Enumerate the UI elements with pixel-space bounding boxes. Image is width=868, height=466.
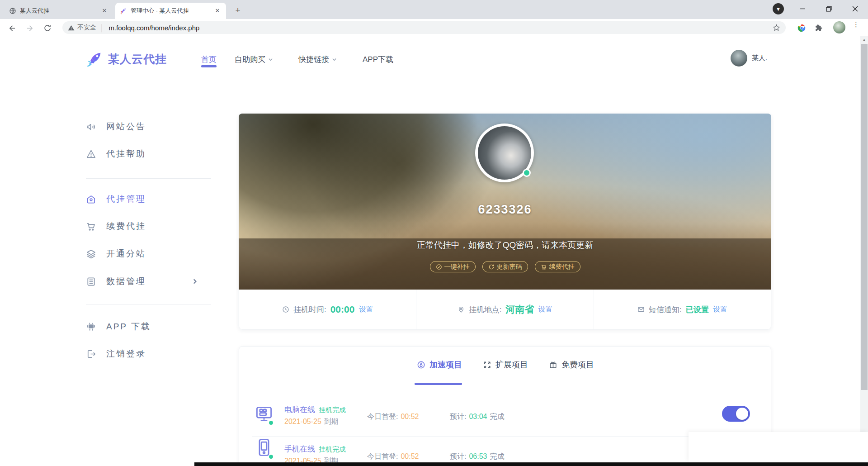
back-icon[interactable] [6, 22, 18, 34]
check-circle-icon [436, 264, 442, 270]
sidebar-label: 数据管理 [106, 276, 146, 287]
extensions-puzzle-icon[interactable] [813, 22, 825, 34]
window-minimize-button[interactable] [792, 0, 813, 17]
sidebar-item-logout[interactable]: 注销登录 [86, 346, 211, 361]
user-name: 某人. [752, 54, 767, 62]
stat-settings-link[interactable]: 设置 [359, 305, 373, 314]
browser-tab-active[interactable]: 管理中心 - 某人云代挂 ✕ [115, 3, 226, 19]
sidebar-item-substation[interactable]: 开通分站 [86, 246, 211, 262]
project-row-expiry: 2021-05-25到期 [284, 417, 339, 427]
project-toggle-on[interactable] [722, 406, 750, 422]
reload-icon[interactable] [42, 22, 53, 34]
new-tab-button[interactable]: + [231, 4, 244, 17]
scrollbar-up-arrow[interactable]: ▲ [860, 36, 868, 44]
project-row-first-login: 今日首登:00:52 [367, 412, 419, 422]
browser-tab-inactive[interactable]: 某人云代挂 ✕ [5, 3, 113, 19]
nav-home[interactable]: 首页 [201, 53, 217, 65]
address-bar[interactable]: 不安全 │ m.foolqq.com/home/index.php [62, 21, 786, 34]
security-label[interactable]: 不安全 [77, 24, 96, 32]
user-menu[interactable]: 某人. [731, 50, 767, 67]
project-row-name: 手机在线挂机完成 [284, 444, 346, 454]
badge-label: 续费代挂 [549, 263, 575, 271]
tab-label: 扩展项目 [495, 359, 528, 370]
nav-label: 自助购买 [235, 54, 265, 65]
project-row-eta: 预计:06:53完成 [450, 452, 505, 461]
nav-active-underline [201, 65, 217, 67]
tab-close-icon[interactable]: ✕ [213, 7, 222, 15]
nav-self-purchase[interactable]: 自助购买 [235, 53, 273, 65]
sidebar-divider [86, 304, 211, 304]
login-time: 00:52 [401, 413, 419, 420]
bookmark-star-icon[interactable] [773, 24, 780, 32]
sidebar-label: 注销登录 [106, 348, 146, 360]
stat-label: 挂机地点: [469, 304, 502, 315]
forward-icon[interactable] [24, 22, 35, 34]
browser-profile-avatar[interactable] [833, 21, 845, 33]
bottom-black-bar [194, 462, 868, 466]
sidebar-label: 续费代挂 [106, 220, 146, 232]
brand-name: 某人云代挂 [108, 52, 167, 67]
window-restore-button[interactable] [818, 0, 839, 17]
project-name: 手机在线 [284, 445, 315, 453]
sidebar-label: 网站公告 [106, 121, 146, 133]
renew-hang-button[interactable]: 续费代挂 [535, 261, 580, 272]
refresh-icon [488, 264, 495, 270]
stat-hang-time: 挂机时间: 00:00 设置 [239, 290, 416, 329]
nav-label: APP下载 [363, 54, 393, 65]
sidebar-label: 代挂管理 [106, 193, 146, 205]
one-key-rehang-button[interactable]: 一键补挂 [430, 261, 476, 272]
chevron-right-icon [192, 278, 198, 285]
stat-settings-link[interactable]: 设置 [713, 305, 727, 314]
browser-toolbar: 不安全 │ m.foolqq.com/home/index.php ⋮ [0, 19, 868, 36]
stat-value: 已设置 [686, 304, 709, 315]
sidebar-label: APP 下载 [106, 321, 151, 333]
nav-label: 快捷链接 [298, 54, 329, 65]
browser-menu-icon[interactable]: ⋮ [853, 22, 856, 26]
window-close-button[interactable] [844, 0, 865, 17]
stat-value: 河南省 [505, 303, 534, 316]
clock-icon [282, 306, 289, 313]
eta-label: 预计: [450, 413, 466, 420]
update-password-button[interactable]: 更新密码 [482, 261, 528, 272]
location-pin-icon [458, 306, 465, 313]
project-row-first-login: 今日首登:00:52 [367, 452, 419, 461]
site-brand[interactable]: 某人云代挂 [86, 51, 167, 67]
browser-tab-bar: 某人云代挂 ✕ 管理中心 - 某人云代挂 ✕ + ▼ [0, 0, 868, 19]
page-content: 某人云代挂 首页 自助购买 快捷链接 APP下载 某人. 网站公告 代挂帮助 [0, 36, 868, 466]
sidebar-item-help[interactable]: 代挂帮助 [86, 146, 211, 162]
account-hero-card: 6233326 正常代挂中，如修改了QQ密码，请来本页更新 一键补挂 更新密码 … [239, 114, 771, 330]
login-time: 00:52 [401, 452, 419, 460]
sms-icon [637, 306, 645, 313]
row-divider [252, 436, 759, 437]
scrollbar-thumb[interactable] [861, 44, 868, 390]
layers-icon [86, 249, 96, 259]
tab-accelerated-projects[interactable]: 加速项目 [417, 359, 462, 370]
nav-app-download[interactable]: APP下载 [363, 53, 393, 65]
eta-label: 预计: [450, 452, 466, 460]
nav-quick-links[interactable]: 快捷链接 [298, 53, 337, 65]
url-text[interactable]: m.foolqq.com/home/index.php [108, 24, 773, 32]
sidebar-item-hang-management[interactable]: 代挂管理 [86, 191, 211, 207]
tab-label: 加速项目 [429, 359, 462, 370]
tab-label: 免费项目 [561, 359, 594, 370]
media-controls-button[interactable]: ▼ [773, 3, 784, 14]
tab-close-icon[interactable]: ✕ [100, 7, 108, 15]
tab-extended-projects[interactable]: 扩展项目 [483, 359, 528, 370]
sidebar-item-announcements[interactable]: 网站公告 [86, 119, 211, 134]
page-scrollbar[interactable]: ▲ [860, 36, 868, 466]
site-favicon-rocket-icon [120, 7, 127, 14]
floating-white-panel [689, 432, 868, 462]
online-status-dot [523, 169, 531, 177]
badge-label: 更新密码 [497, 263, 522, 271]
document-icon [86, 276, 96, 287]
online-status-dot [268, 454, 274, 460]
tab-free-projects[interactable]: 免费项目 [549, 359, 594, 370]
speed-icon [417, 361, 425, 369]
sidebar-item-renew[interactable]: 续费代挂 [86, 219, 211, 234]
project-status: 挂机完成 [319, 445, 346, 453]
not-secure-warning-icon [68, 24, 75, 31]
stat-settings-link[interactable]: 设置 [538, 305, 552, 314]
browser-extension-icon[interactable] [796, 22, 807, 34]
logout-icon [86, 349, 96, 359]
sidebar-item-app-download[interactable]: APP 下载 [86, 319, 211, 334]
